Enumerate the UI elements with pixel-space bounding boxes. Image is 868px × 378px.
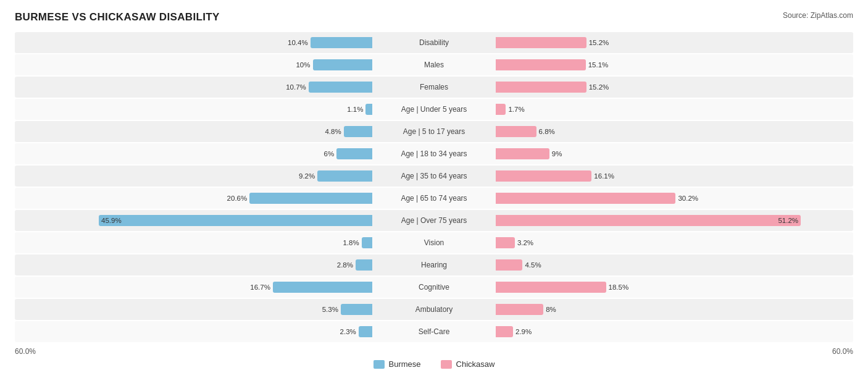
- bar-blue: 1.8%: [362, 237, 372, 248]
- bar-row: 9.2% Age | 35 to 64 years 16.1%: [15, 166, 853, 187]
- left-section: 16.7%: [15, 277, 372, 298]
- center-label: Age | 5 to 17 years: [372, 127, 496, 136]
- bar-left-value: 1.8%: [343, 239, 359, 246]
- legend-item-burmese: Burmese: [373, 359, 421, 369]
- bars-wrapper: 2.3% Self-Care 2.9%: [15, 321, 853, 342]
- bars-wrapper: 16.7% Cognitive 18.5%: [15, 277, 853, 298]
- right-section: 3.2%: [496, 232, 853, 253]
- bar-blue: 2.8%: [356, 259, 372, 271]
- bars-wrapper: 5.3% Ambulatory 8%: [15, 299, 853, 320]
- axis-left: 60.0%: [15, 347, 372, 356]
- bars-wrapper: 20.6% Age | 65 to 74 years 30.2%: [15, 188, 853, 209]
- left-section: 10%: [15, 54, 372, 75]
- center-label: Age | 35 to 64 years: [372, 172, 496, 180]
- bar-pink: 8%: [496, 304, 543, 315]
- left-section: 6%: [15, 143, 372, 164]
- bar-pink: 4.5%: [496, 259, 522, 271]
- bars-wrapper: 10.7% Females 15.2%: [15, 77, 853, 98]
- right-section: 8%: [496, 299, 853, 320]
- bar-row: 45.9% Age | Over 75 years 51.2%: [15, 210, 853, 231]
- center-label: Age | 18 to 34 years: [372, 149, 496, 158]
- bar-right-value: 1.7%: [508, 106, 524, 113]
- bars-wrapper: 10.4% Disability 15.2%: [15, 32, 853, 53]
- bar-pink: 6.8%: [496, 126, 536, 137]
- chart-title: BURMESE VS CHICKASAW DISABILITY: [15, 11, 220, 23]
- bar-pink: 30.2%: [496, 193, 675, 204]
- right-section: 15.1%: [496, 54, 853, 75]
- bar-blue: 1.1%: [365, 104, 372, 115]
- axis-right: 60.0%: [496, 347, 853, 356]
- bar-right-value: 30.2%: [678, 195, 698, 202]
- bar-right-value: 2.9%: [515, 328, 532, 335]
- right-section: 4.5%: [496, 254, 853, 275]
- bar-left-value: 16.7%: [250, 284, 270, 291]
- right-section: 2.9%: [496, 321, 853, 342]
- bar-right-value: 8%: [546, 306, 556, 313]
- bar-pink: 9%: [496, 148, 549, 159]
- bars-wrapper: 10% Males 15.1%: [15, 54, 853, 75]
- bar-row: 16.7% Cognitive 18.5%: [15, 277, 853, 298]
- center-label: Males: [372, 61, 496, 69]
- bar-row: 6% Age | 18 to 34 years 9%: [15, 143, 853, 164]
- bar-left-value: 1.1%: [347, 106, 363, 113]
- bar-blue: 16.7%: [273, 282, 372, 293]
- bar-row: 10.7% Females 15.2%: [15, 77, 853, 98]
- bar-pink: 1.7%: [496, 104, 506, 115]
- bar-row: 5.3% Ambulatory 8%: [15, 299, 853, 320]
- bar-right-value: 15.2%: [589, 83, 609, 91]
- left-section: 10.4%: [15, 32, 372, 53]
- bar-right-value-inside: 51.2%: [778, 217, 798, 224]
- bar-left-value-inside: 45.9%: [101, 217, 122, 224]
- left-section: 2.3%: [15, 321, 372, 342]
- bar-left-value: 6%: [323, 150, 334, 158]
- center-label: Self-Care: [372, 327, 496, 336]
- bar-left-value: 4.8%: [325, 128, 341, 135]
- bar-row: 10.4% Disability 15.2%: [15, 32, 853, 53]
- bar-pink: 3.2%: [496, 237, 515, 248]
- bar-pink: 15.1%: [496, 59, 586, 70]
- axis-right-label: 60.0%: [832, 347, 853, 356]
- left-section: 1.1%: [15, 99, 372, 120]
- left-section: 1.8%: [15, 232, 372, 253]
- bar-right-value: 6.8%: [539, 128, 555, 135]
- left-section: 20.6%: [15, 188, 372, 209]
- bar-right-value: 3.2%: [517, 239, 533, 246]
- axis-row: 60.0% 60.0%: [15, 347, 853, 356]
- bar-pink: 15.2%: [496, 82, 586, 93]
- right-section: 9%: [496, 143, 853, 164]
- center-label: Females: [372, 83, 496, 91]
- bar-row: 1.1% Age | Under 5 years 1.7%: [15, 99, 853, 120]
- legend-swatch-chickasaw: [441, 360, 452, 369]
- bars-wrapper: 2.8% Hearing 4.5%: [15, 254, 853, 275]
- bar-blue: 45.9%: [99, 215, 372, 226]
- bar-blue: 20.6%: [249, 193, 372, 204]
- legend-item-chickasaw: Chickasaw: [441, 359, 495, 369]
- legend-label-burmese: Burmese: [389, 359, 421, 369]
- bar-left-value: 2.3%: [340, 328, 356, 335]
- bar-left-value: 20.6%: [227, 195, 248, 202]
- left-section: 45.9%: [15, 210, 372, 231]
- bar-left-value: 10%: [296, 61, 310, 69]
- bar-pink: 2.9%: [496, 326, 513, 337]
- bar-pink: 15.2%: [496, 37, 586, 48]
- bar-row: 10% Males 15.1%: [15, 54, 853, 75]
- legend-swatch-burmese: [373, 360, 385, 369]
- left-section: 5.3%: [15, 299, 372, 320]
- legend-label-chickasaw: Chickasaw: [456, 359, 495, 369]
- bar-right-value: 15.1%: [588, 61, 609, 69]
- bar-row: 20.6% Age | 65 to 74 years 30.2%: [15, 188, 853, 209]
- bar-blue: 6%: [336, 148, 372, 159]
- center-label: Age | Under 5 years: [372, 105, 496, 114]
- left-section: 2.8%: [15, 254, 372, 275]
- bars-wrapper: 6% Age | 18 to 34 years 9%: [15, 143, 853, 164]
- bar-blue: 10.7%: [309, 82, 372, 93]
- bar-blue: 5.3%: [341, 304, 372, 315]
- bar-pink: 51.2%: [496, 215, 801, 226]
- bars-wrapper: 1.1% Age | Under 5 years 1.7%: [15, 99, 853, 120]
- axis-left-label: 60.0%: [15, 347, 36, 356]
- bar-left-value: 9.2%: [299, 172, 315, 180]
- bar-left-value: 10.4%: [288, 39, 308, 46]
- bars-wrapper: 45.9% Age | Over 75 years 51.2%: [15, 210, 853, 231]
- bar-right-value: 9%: [552, 150, 562, 158]
- left-section: 4.8%: [15, 121, 372, 142]
